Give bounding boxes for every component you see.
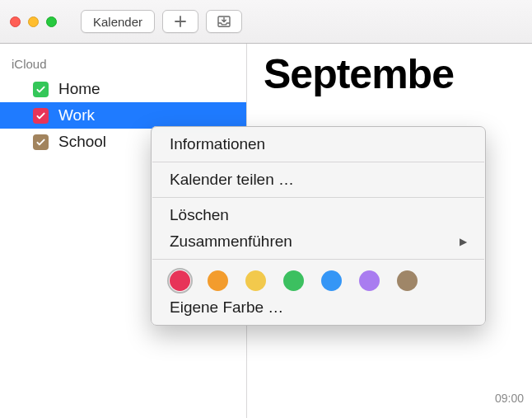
check-icon	[35, 110, 46, 121]
menu-item-info[interactable]: Informationen	[152, 131, 485, 157]
color-swatch-green[interactable]	[283, 270, 304, 291]
calendars-toggle-button[interactable]: Kalender	[81, 10, 155, 33]
color-swatch-brown[interactable]	[397, 270, 418, 291]
app-window: Kalender iCloud Home Work	[0, 0, 532, 418]
checkbox-home[interactable]	[33, 82, 49, 97]
menu-separator	[152, 162, 484, 162]
sidebar-item-home[interactable]: Home	[0, 76, 246, 102]
menu-item-merge[interactable]: Zusammenführen ▶	[152, 228, 485, 255]
add-button[interactable]	[162, 10, 198, 33]
color-swatch-yellow[interactable]	[245, 270, 266, 291]
minimize-icon[interactable]	[28, 16, 39, 27]
menu-item-share[interactable]: Kalender teilen …	[152, 167, 485, 193]
sidebar-group-header: iCloud	[0, 52, 246, 76]
inbox-icon	[217, 15, 231, 28]
calendars-toggle-label: Kalender	[93, 15, 142, 29]
window-controls	[10, 16, 57, 27]
sidebar-item-label: Work	[58, 106, 95, 124]
sidebar-item-label: School	[58, 133, 106, 151]
sidebar-item-work[interactable]: Work	[0, 102, 246, 129]
checkbox-work[interactable]	[33, 108, 49, 124]
menu-item-label: Informationen	[170, 135, 265, 153]
chevron-right-icon: ▶	[460, 236, 467, 247]
time-label: 09:00	[495, 392, 524, 405]
titlebar: Kalender	[0, 0, 532, 44]
checkbox-school[interactable]	[33, 134, 49, 150]
calendar-context-menu: Informationen Kalender teilen … Löschen …	[151, 126, 486, 326]
color-swatch-purple[interactable]	[359, 270, 380, 291]
menu-separator	[152, 259, 484, 260]
menu-item-delete[interactable]: Löschen	[152, 202, 485, 228]
month-title: Septembe	[264, 50, 454, 98]
color-swatch-blue[interactable]	[321, 270, 342, 291]
color-swatch-orange[interactable]	[208, 270, 228, 291]
color-swatch-red[interactable]	[170, 270, 190, 291]
inbox-button[interactable]	[206, 10, 242, 33]
menu-separator	[152, 197, 484, 198]
menu-item-custom-color[interactable]: Eigene Farbe …	[152, 294, 485, 321]
menu-item-label: Löschen	[170, 206, 229, 224]
close-icon[interactable]	[10, 16, 21, 27]
check-icon	[35, 84, 46, 95]
menu-item-label: Eigene Farbe …	[170, 298, 283, 317]
menu-item-label: Zusammenführen	[170, 232, 292, 251]
plus-icon	[174, 15, 187, 28]
zoom-icon[interactable]	[46, 16, 57, 27]
sidebar-item-label: Home	[58, 80, 100, 98]
color-swatch-row	[152, 264, 485, 294]
check-icon	[35, 137, 46, 148]
menu-item-label: Kalender teilen …	[170, 171, 294, 189]
